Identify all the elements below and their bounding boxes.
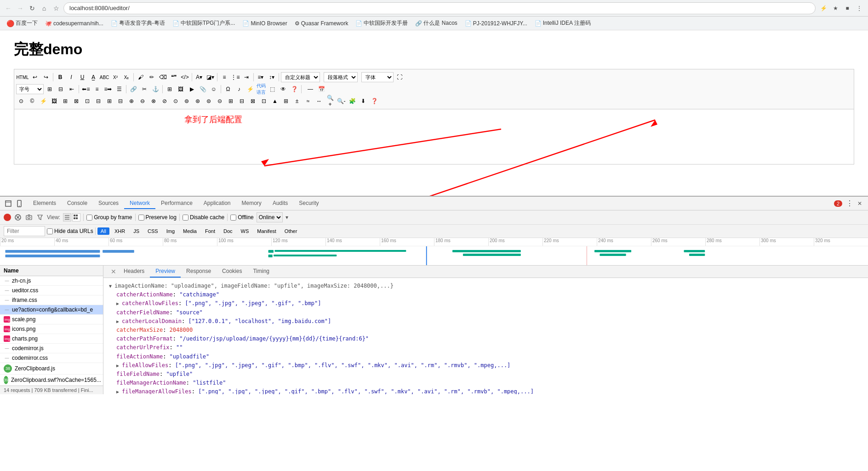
toolbar-codeview-btn[interactable]: 代码语言 bbox=[256, 84, 266, 94]
toolbar-zoom-out-btn[interactable]: 🔍- bbox=[336, 96, 346, 106]
toolbar-bg-color-btn[interactable]: ◪▾ bbox=[205, 72, 215, 82]
toolbar-link-btn[interactable]: 🔗 bbox=[128, 84, 138, 94]
toolbar-btn-row3-3[interactable]: ⚡ bbox=[38, 96, 48, 106]
filter-doc-btn[interactable]: Doc bbox=[220, 227, 236, 235]
toolbar-btn-row3-23[interactable]: ⊡ bbox=[259, 96, 269, 106]
toolbar-code-btn[interactable]: </> bbox=[180, 72, 190, 82]
toolbar-date-btn[interactable]: 📅 bbox=[316, 84, 326, 94]
menu-button[interactable]: ⋮ bbox=[854, 3, 864, 13]
toolbar-unlink-btn[interactable]: ✂ bbox=[139, 84, 149, 94]
list-item[interactable]: — iframe.css bbox=[0, 295, 103, 305]
filter-input[interactable] bbox=[4, 226, 45, 236]
toolbar-music-btn[interactable]: ♪ bbox=[234, 84, 244, 94]
list-item[interactable]: — zh-cn.js bbox=[0, 276, 103, 286]
disable-cache-input[interactable] bbox=[183, 215, 188, 221]
toolbar-btn-row3-7[interactable]: ⊡ bbox=[82, 96, 92, 106]
disable-cache-checkbox[interactable]: Disable cache bbox=[183, 214, 224, 221]
json-root-toggle[interactable] bbox=[109, 283, 114, 289]
toolbar-highlight-btn[interactable]: ✏ bbox=[147, 72, 157, 82]
toolbar-btn-row3-24[interactable]: ▲ bbox=[270, 96, 280, 106]
toolbar-fullscreen-btn[interactable]: ⛶ bbox=[394, 72, 405, 82]
hide-data-urls-checkbox[interactable]: Hide data URLs bbox=[47, 228, 93, 234]
toolbar-btn-row3-5[interactable]: ⊞ bbox=[60, 96, 70, 106]
list-item[interactable]: img charts.png bbox=[0, 334, 103, 344]
nav-home-button[interactable]: ⌂ bbox=[40, 4, 49, 13]
toolbar-btn-row3-1[interactable]: ⊙ bbox=[16, 96, 26, 106]
detail-tab-preview[interactable]: Preview bbox=[150, 266, 181, 278]
toolbar-special-btn[interactable]: Ω bbox=[223, 84, 233, 94]
toolbar-btn-row3-22[interactable]: ⊠ bbox=[248, 96, 258, 106]
toolbar-btn-row3-27[interactable]: ≈ bbox=[303, 96, 313, 106]
toolbar-btn-a3[interactable]: ⇤ bbox=[67, 84, 77, 94]
filter-font-btn[interactable]: Font bbox=[202, 227, 218, 235]
filter-all-btn[interactable]: All bbox=[97, 227, 109, 235]
toolbar-emoji-btn[interactable]: ☺ bbox=[209, 84, 219, 94]
devtools-tab-memory[interactable]: Memory bbox=[236, 198, 267, 209]
devtools-tab-application[interactable]: Application bbox=[198, 198, 236, 209]
bookmark-quasar[interactable]: ⚙ Quasar Framework bbox=[292, 19, 351, 28]
toolbar-align-justify-btn[interactable]: ☰ bbox=[114, 84, 124, 94]
list-item[interactable]: 39 ZeroClipboard.swf?noCache=1565... bbox=[0, 375, 103, 386]
bookmark-pj[interactable]: 📄 PJ-201912-WHJFJY... bbox=[462, 19, 530, 28]
filter-ws-btn[interactable]: WS bbox=[238, 227, 252, 235]
toolbar-btn-row3-19[interactable]: ⊝ bbox=[215, 96, 225, 106]
toolbar-btn-row3-6[interactable]: ⊠ bbox=[71, 96, 81, 106]
toolbar-fontsize-select[interactable]: 字号 bbox=[16, 84, 44, 94]
toolbar-btn-row3-2[interactable]: © bbox=[27, 96, 37, 106]
toolbar-zoom-in-btn[interactable]: 🔍+ bbox=[325, 96, 335, 106]
toolbar-btn-row3-21[interactable]: ⊟ bbox=[237, 96, 247, 106]
json-file-allow-toggle[interactable] bbox=[116, 362, 122, 369]
detail-tab-cookies[interactable]: Cookies bbox=[217, 266, 247, 278]
toolbar-btn-row3-20[interactable]: ⊞ bbox=[226, 96, 236, 106]
list-item-selected[interactable]: — ue?action=config&callback=bd_e bbox=[0, 305, 103, 315]
toolbar-redo-btn[interactable]: ↪ bbox=[41, 72, 51, 82]
filter-xhr-btn[interactable]: XHR bbox=[111, 227, 128, 235]
toolbar-undo-btn[interactable]: ↩ bbox=[30, 72, 40, 82]
devtools-inspect-icon[interactable] bbox=[4, 199, 13, 208]
toolbar-eraser-btn[interactable]: ⌫ bbox=[158, 72, 168, 82]
offline-input[interactable] bbox=[230, 215, 236, 221]
toolbar-puzzle-btn[interactable]: 🧩 bbox=[347, 96, 357, 106]
toolbar-btn-row3-4[interactable]: 🖼 bbox=[49, 96, 59, 106]
toolbar-btn-a1[interactable]: ⊞ bbox=[45, 84, 55, 94]
devtools-tab-sources[interactable]: Sources bbox=[93, 198, 124, 209]
detail-tab-headers[interactable]: Headers bbox=[118, 266, 150, 278]
toolbar-btn-row3-14[interactable]: ⊘ bbox=[160, 96, 170, 106]
toolbar-underline-btn[interactable]: U bbox=[77, 72, 87, 82]
devtools-more-button[interactable]: ⋮ bbox=[844, 199, 855, 208]
hide-data-urls-input[interactable] bbox=[47, 228, 53, 234]
toolbar-btn-row3-17[interactable]: ⊛ bbox=[193, 96, 203, 106]
toolbar-btn-row3-10[interactable]: ⊟ bbox=[115, 96, 126, 106]
toolbar-btn-row3-15[interactable]: ⊙ bbox=[171, 96, 181, 106]
toolbar-align-btn[interactable]: ≡▾ bbox=[256, 72, 266, 82]
toolbar-font-select[interactable]: 字体 bbox=[361, 72, 394, 82]
group-by-frame-checkbox[interactable]: Group by frame bbox=[86, 214, 132, 221]
toolbar-btn-row3-32[interactable]: ⬇ bbox=[358, 96, 368, 106]
toolbar-btn-a2[interactable]: ⊟ bbox=[56, 84, 66, 94]
devtools-tab-console[interactable]: Console bbox=[62, 198, 93, 209]
preserve-log-checkbox[interactable]: Preserve log bbox=[138, 214, 177, 221]
star-button[interactable]: ★ bbox=[830, 3, 840, 13]
detail-tab-response[interactable]: Response bbox=[181, 266, 217, 278]
toolbar-flash-btn[interactable]: ⚡ bbox=[245, 84, 255, 94]
view-list-button[interactable] bbox=[63, 213, 71, 221]
toolbar-indent-btn[interactable]: ⇥ bbox=[241, 72, 251, 82]
bookmark-idea[interactable]: 📄 IntelliJ IDEA 注册码 bbox=[532, 18, 594, 28]
list-item[interactable]: img icons.png bbox=[0, 324, 103, 334]
toolbar-sup-btn[interactable]: X² bbox=[110, 72, 120, 82]
toolbar-align-center-btn[interactable]: ≡ bbox=[92, 84, 102, 94]
toolbar-btn-row3-12[interactable]: ⊖ bbox=[137, 96, 148, 106]
toolbar-align-right-btn[interactable]: ≡➡ bbox=[103, 84, 113, 94]
toolbar-btn-row3-16[interactable]: ⊚ bbox=[182, 96, 192, 106]
toolbar-btn-row3-11[interactable]: ⊕ bbox=[126, 96, 137, 106]
toolbar-btn-row3-28[interactable]: ↔ bbox=[314, 96, 324, 106]
toolbar-help-btn[interactable]: ❓ bbox=[289, 84, 299, 94]
offline-checkbox[interactable]: Offline bbox=[230, 214, 253, 221]
devtools-tab-network[interactable]: Network bbox=[124, 198, 155, 209]
toolbar-quote-btn[interactable]: ❝❞ bbox=[169, 72, 179, 82]
bookmark-minio[interactable]: 📄 MinIO Browser bbox=[240, 19, 290, 28]
group-by-frame-input[interactable] bbox=[86, 215, 92, 221]
toolbar-btn-row3-26[interactable]: ± bbox=[292, 96, 302, 106]
toolbar-html-btn[interactable]: HTML bbox=[16, 72, 29, 82]
nav-back-button[interactable]: ← bbox=[4, 4, 13, 13]
